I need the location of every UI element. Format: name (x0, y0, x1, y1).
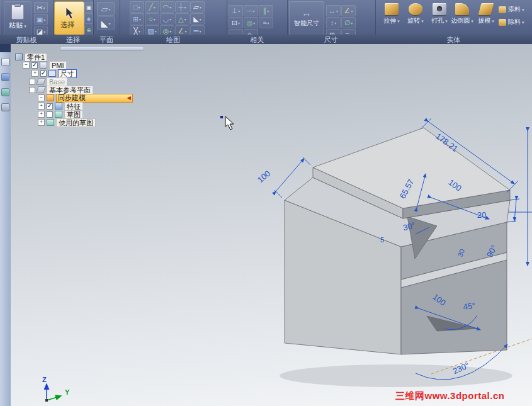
tangent-arc-tool-button[interactable]: ◡ (160, 13, 174, 25)
arc-tool-button[interactable]: ◠ (160, 1, 174, 13)
expand-toggle-icon[interactable] (31, 70, 38, 77)
select-options-tool-button[interactable]: ▣ (84, 2, 93, 13)
group-label-dimension: 尺寸 (287, 35, 375, 44)
vertical-dimension-tool-button[interactable]: ↕ (326, 17, 341, 28)
polygon-tool-button[interactable]: ▱ (190, 1, 205, 13)
clipboard-mini-tools: ✂▣◪ (34, 2, 48, 38)
collapse-toggle-icon[interactable] (38, 94, 45, 101)
pathfinder-panel-icon[interactable] (1, 58, 9, 66)
tree-item-pmi[interactable]: PMI (49, 61, 67, 70)
draft-icon (478, 3, 494, 15)
tree-item-sketch[interactable]: 草图 (64, 110, 83, 119)
equal-relation-tool-button[interactable]: ≈ (259, 17, 273, 28)
dimension-line[interactable] (514, 200, 516, 221)
dimension-label-thickness[interactable]: 20 (477, 210, 486, 220)
select-button[interactable]: 选择 (54, 1, 84, 35)
visibility-checkbox[interactable] (40, 70, 47, 77)
select-button-label: 选择 (60, 20, 78, 30)
y-axis-arrow (47, 396, 61, 400)
chamfer-tool-button[interactable]: ◣ (190, 13, 205, 25)
extension-line[interactable] (303, 157, 310, 165)
tree-item-base[interactable]: Base (47, 77, 67, 86)
draft-button[interactable]: 拔模 (475, 1, 497, 34)
ribbon-group-clipboard: 粘贴 ✂▣◪ 剪贴板 (0, 0, 54, 44)
extension-line[interactable] (507, 221, 516, 222)
tree-item-used-sketch[interactable]: 使用的草图 (56, 118, 96, 127)
sketch-icon (55, 111, 62, 118)
dimension-label-top-left[interactable]: 100 (256, 169, 272, 184)
ribbon-group-plane: ▱◣ 平面 (93, 0, 120, 44)
circle-tool-button[interactable]: ○ (145, 13, 159, 25)
smart-dimension-label: 智能尺寸 (294, 19, 319, 28)
grid-tool-button[interactable]: ⊞ (130, 13, 144, 25)
dimension-label-chamfer-angle[interactable]: 45° (463, 301, 477, 312)
tree-item-features[interactable]: 特征 (64, 102, 83, 111)
select-filter-tool-button[interactable]: ◈ (84, 13, 93, 24)
angled-plane-tool-button[interactable]: ◣ (97, 16, 115, 30)
revolve-label: 旋转 (407, 16, 424, 25)
expand-toggle-icon[interactable] (38, 103, 45, 110)
parallel-relation-tool-button[interactable]: ∥ (259, 5, 273, 16)
collapse-toggle-icon[interactable] (23, 62, 30, 69)
draft-label: 拔模 (478, 16, 494, 25)
round-icon (455, 3, 469, 15)
group-label-select: 选择 (53, 35, 93, 44)
ribbon-group-draw: □╱◠┼▱⊞○◡△◣╳▨◎∠═≡╲▤ 绘图 (120, 0, 227, 44)
3d-viewport[interactable]: 178.21 100 65.57 100 20 30° 5 30 90° 100… (11, 44, 532, 406)
sketch-point[interactable] (220, 116, 223, 118)
distance-between-tool-button[interactable]: ↔ (326, 5, 341, 16)
diameter-dimension-tool-button[interactable]: ∅ (341, 17, 356, 28)
expand-toggle-icon[interactable] (38, 119, 45, 126)
smart-dimension-button[interactable]: ↔ 智能尺寸 (289, 1, 324, 35)
triangle-tool-button[interactable]: △ (175, 13, 190, 25)
cad-application-window: 粘贴 ✂▣◪ 剪贴板 选择 ▣◈⊕ 选择 ▱◣ 平面 □╱◠┼▱⊞○◡△◣╳▨◎… (0, 0, 532, 406)
revolve-button[interactable]: 旋转 (404, 1, 427, 34)
round-button[interactable]: 边倒圆 (451, 1, 473, 34)
expand-toggle-icon[interactable] (38, 111, 45, 118)
visibility-checkbox[interactable] (31, 62, 38, 69)
extension-line[interactable] (510, 199, 519, 200)
navigator-tab-icon[interactable] (0, 44, 11, 52)
plane-tools: ▱◣ (97, 2, 118, 31)
side-panel-bar (0, 44, 11, 406)
visibility-checkbox[interactable] (29, 87, 35, 93)
cut-material-button[interactable]: 除料 (499, 18, 524, 26)
tree-item-part[interactable]: 零件1 (25, 53, 47, 62)
concentric-relation-tool-button[interactable]: ◎ (244, 17, 258, 28)
rectangle-tool-button[interactable]: □ (130, 1, 144, 13)
angle-between-tool-button[interactable]: ∠ (341, 5, 356, 16)
group-label-plane: 平面 (93, 35, 120, 44)
tree-row: 使用的草图 (14, 118, 146, 127)
library-panel-icon[interactable] (1, 73, 9, 81)
visibility-checkbox[interactable] (47, 111, 53, 118)
point-tool-button[interactable]: ┼ (175, 1, 190, 13)
visibility-checkbox[interactable] (47, 103, 53, 110)
tree-row: 尺寸 (14, 69, 146, 77)
origin-point (45, 399, 48, 402)
cut-material-label: 除料 (508, 18, 524, 26)
extrude-label: 拉伸 (383, 16, 400, 25)
ground-relation-tool-button[interactable]: ⊥ (229, 5, 243, 16)
layers-panel-icon[interactable] (1, 88, 9, 96)
line-tool-button[interactable]: ╱ (145, 1, 159, 13)
copy-tool-button[interactable]: ▣ (34, 14, 48, 25)
sensors-panel-icon[interactable] (1, 103, 9, 111)
extrude-button[interactable]: 拉伸 (380, 1, 403, 34)
select-all-tool-button[interactable]: ⊕ (84, 25, 93, 35)
dimension-line[interactable] (276, 159, 304, 191)
tree-item-sync-modeling[interactable]: 同步建模 (56, 94, 133, 103)
coincident-plane-tool-button[interactable]: ▱ (97, 2, 115, 16)
features-icon (55, 103, 62, 110)
cut-material-icon (499, 19, 506, 26)
extension-line[interactable] (421, 118, 431, 129)
part-icon (15, 54, 23, 60)
paste-button[interactable]: 粘贴 (4, 1, 31, 35)
tree-item-dimensions[interactable]: 尺寸 (58, 69, 77, 78)
add-material-button[interactable]: 添料 (499, 5, 524, 14)
cut-tool-button[interactable]: ✂ (34, 2, 48, 13)
visibility-checkbox[interactable] (29, 79, 35, 85)
dimension-label-offset[interactable]: 5 (380, 236, 384, 244)
horizontal-relation-tool-button[interactable]: ─ (244, 5, 258, 16)
hole-button[interactable]: 打孔 (428, 1, 451, 34)
lock-relation-tool-button[interactable]: ⊡ (229, 17, 243, 28)
